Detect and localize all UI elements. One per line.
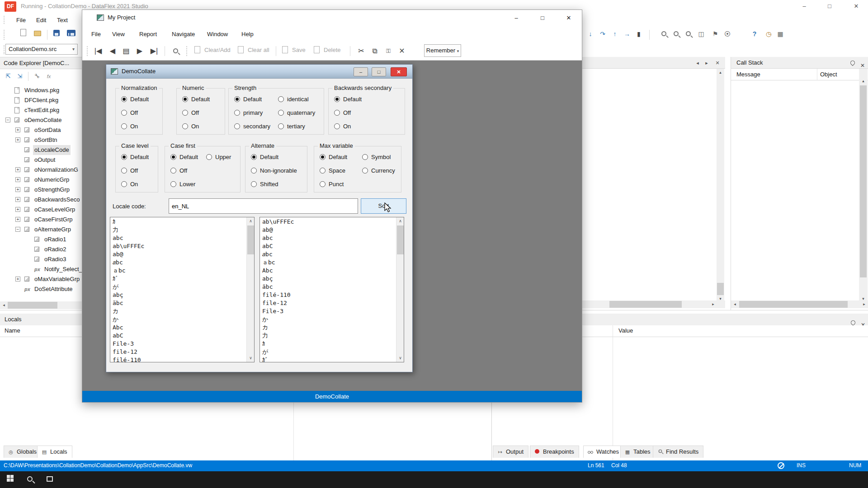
new-file-icon[interactable] <box>17 28 29 40</box>
last-record-icon[interactable]: ▶| <box>147 45 161 57</box>
col-name[interactable]: Name <box>5 327 20 334</box>
tree-item-label[interactable]: oLocaleCode <box>33 145 71 155</box>
remember-button[interactable]: Remember ▾ <box>424 44 461 57</box>
tree-item-oBackwardsSeco[interactable]: +oBackwardsSeco <box>0 195 89 205</box>
radio-symbol[interactable]: Symbol <box>362 153 391 162</box>
previous-record-icon[interactable]: ◀ <box>107 45 118 57</box>
copy-icon[interactable]: ⧉ <box>369 45 381 57</box>
radio-on[interactable]: On <box>182 122 199 131</box>
expand-icon[interactable]: + <box>15 127 20 132</box>
radio-on[interactable]: On <box>121 122 138 131</box>
radio-icon[interactable] <box>278 96 284 102</box>
record-list-icon[interactable]: ▤ <box>120 45 132 57</box>
list-item[interactable]: abc <box>110 234 246 242</box>
menu-window[interactable]: Window <box>203 29 231 39</box>
expand-icon[interactable]: + <box>15 197 20 202</box>
tree-item-label[interactable]: oMaxVariableGrp <box>34 274 80 284</box>
tree-item-Windows.pkg[interactable]: Windows.pkg <box>0 85 89 95</box>
radio-icon[interactable] <box>362 168 368 174</box>
editor-vscrollbar[interactable]: ▴ ▾ <box>717 69 724 303</box>
delete-selection-icon[interactable]: ✕ <box>396 45 408 57</box>
menu-navigate[interactable]: Navigate <box>168 29 198 39</box>
tab-find-results[interactable]: Find Results <box>653 446 703 458</box>
radio-quaternary[interactable]: quaternary <box>278 108 315 117</box>
expand-icon[interactable]: + <box>15 137 20 142</box>
code-explorer-hscrollbar[interactable]: ◂ <box>0 301 89 309</box>
expand-icon[interactable]: + <box>15 207 20 212</box>
next-record-icon[interactable]: ▶ <box>134 45 146 57</box>
radio-icon[interactable] <box>251 168 257 174</box>
find-in-files-icon[interactable] <box>682 28 694 40</box>
radio-lower[interactable]: Lower <box>170 180 195 189</box>
radio-currency[interactable]: Currency <box>362 166 395 175</box>
radio-default[interactable]: Default <box>182 95 210 104</box>
list-item[interactable]: が <box>260 348 396 356</box>
list-item[interactable]: ｶ <box>110 218 246 226</box>
output-listbox[interactable]: ab\uFFFEcab@abcabC𝑎bcａbcAbcabçäbcfilé-11… <box>259 217 404 362</box>
radio-icon[interactable] <box>170 154 176 160</box>
scroll-left-icon[interactable]: ◂ <box>731 300 739 308</box>
list-item[interactable]: File-3 <box>110 340 246 348</box>
radio-off[interactable]: Off <box>334 108 351 117</box>
tree-item-label[interactable]: oNumericGrp <box>34 175 69 185</box>
sync-up-icon[interactable]: ⇱ <box>3 71 14 82</box>
dialog-titlebar[interactable]: DemoCollate – □ ✕ <box>106 65 412 79</box>
radio-off[interactable]: Off <box>182 108 199 117</box>
radio-icon[interactable] <box>206 154 212 160</box>
call-stack-hscrollbar[interactable]: ◂ ▸ <box>731 300 868 308</box>
radio-space[interactable]: Space <box>320 166 345 175</box>
delete-label[interactable]: Delete <box>324 47 341 53</box>
tree-item-oDemoCollate[interactable]: −oDemoCollate <box>0 115 89 125</box>
tab-globals[interactable]: ◎ Globals <box>4 446 42 458</box>
expand-icon[interactable]: + <box>15 177 20 182</box>
list-item[interactable]: ｶ <box>260 340 396 348</box>
radio-icon[interactable] <box>251 154 257 160</box>
list-item[interactable]: Abc <box>110 324 246 332</box>
radio-upper[interactable]: Upper <box>206 153 231 162</box>
radio-icon[interactable] <box>170 181 176 187</box>
compare-icon[interactable]: ◫ <box>695 28 707 40</box>
scroll-up-icon[interactable]: ▴ <box>859 77 868 85</box>
tree-item-oRadio1[interactable]: oRadio1 <box>0 235 89 244</box>
debug-step-out-icon[interactable]: ↑ <box>609 28 621 40</box>
tree-item-label[interactable]: oCaseLevelGrp <box>34 205 75 215</box>
tree-item-label[interactable]: Notify_Select_ <box>44 264 82 274</box>
tree-item-label[interactable]: oSortBtn <box>34 135 57 145</box>
project-minimize-button[interactable]: – <box>507 12 525 24</box>
delete-icon[interactable] <box>312 45 321 57</box>
radio-default[interactable]: Default <box>320 153 347 162</box>
ide-maximize-button[interactable]: □ <box>819 0 840 13</box>
radio-icon[interactable] <box>320 154 326 160</box>
radio-icon[interactable] <box>182 123 188 129</box>
tree-item-label[interactable]: DFClient.pkg <box>24 95 58 105</box>
save-all-icon[interactable] <box>65 28 77 40</box>
radio-icon[interactable] <box>320 181 326 187</box>
radio-off[interactable]: Off <box>121 166 138 175</box>
radio-secondary[interactable]: secondary <box>234 122 270 131</box>
list-item[interactable]: 𝑎bc <box>260 250 396 258</box>
save-label[interactable]: Save <box>292 47 306 53</box>
tree-item-oLocaleCode[interactable]: oLocaleCode <box>0 145 89 155</box>
radio-icon[interactable] <box>278 123 284 129</box>
radio-icon[interactable] <box>121 181 127 187</box>
list-item[interactable]: 力 <box>110 226 246 234</box>
radio-icon[interactable] <box>170 168 176 174</box>
tree-item-label[interactable]: oRadio2 <box>44 244 66 254</box>
radio-off[interactable]: Off <box>170 166 187 175</box>
lock-icon[interactable]: ⚿ <box>382 45 394 57</box>
tree-item-oOutput[interactable]: oOutput <box>0 155 89 165</box>
tab-close-icon[interactable]: ✕ <box>713 58 722 67</box>
radio-icon[interactable] <box>320 168 326 174</box>
open-file-icon[interactable] <box>32 28 43 40</box>
radio-identical[interactable]: identical <box>278 95 309 104</box>
list-item[interactable]: か <box>110 315 246 324</box>
radio-icon[interactable] <box>234 123 240 129</box>
start-button[interactable] <box>0 471 20 488</box>
tree-item-label[interactable]: oStrengthGrp <box>34 185 70 195</box>
cut-icon[interactable]: ✂ <box>355 45 367 57</box>
find-next-icon[interactable] <box>670 28 682 40</box>
call-stack-col-message[interactable]: Message <box>731 69 817 80</box>
clear-all-label[interactable]: Clear all <box>248 47 269 53</box>
radio-icon[interactable] <box>182 110 188 116</box>
tree-item-DFClient.pkg[interactable]: DFClient.pkg <box>0 95 89 105</box>
